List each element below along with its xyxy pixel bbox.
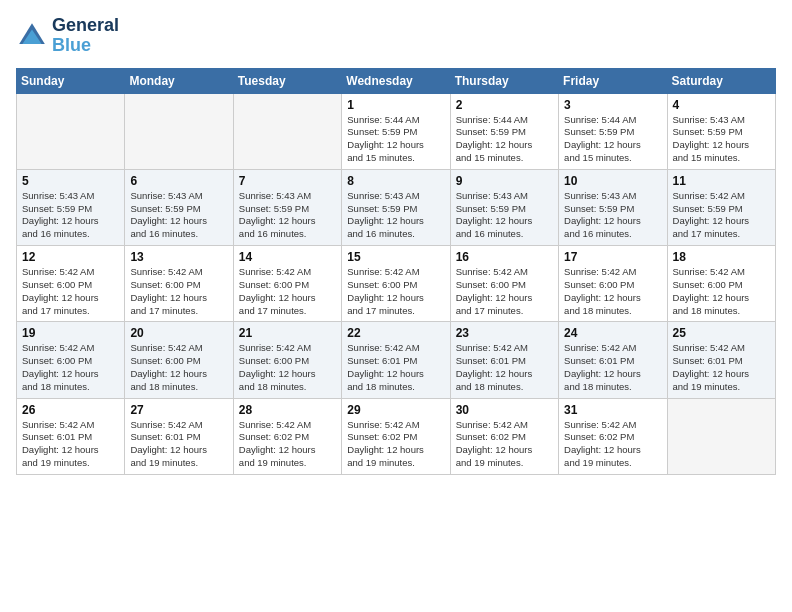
calendar-cell: 6Sunrise: 5:43 AM Sunset: 5:59 PM Daylig… [125, 169, 233, 245]
calendar-cell: 9Sunrise: 5:43 AM Sunset: 5:59 PM Daylig… [450, 169, 558, 245]
calendar-cell: 28Sunrise: 5:42 AM Sunset: 6:02 PM Dayli… [233, 398, 341, 474]
day-number: 17 [564, 250, 661, 264]
weekday-header-thursday: Thursday [450, 68, 558, 93]
calendar-cell: 15Sunrise: 5:42 AM Sunset: 6:00 PM Dayli… [342, 246, 450, 322]
calendar-cell: 17Sunrise: 5:42 AM Sunset: 6:00 PM Dayli… [559, 246, 667, 322]
day-info: Sunrise: 5:42 AM Sunset: 5:59 PM Dayligh… [673, 190, 770, 241]
logo: GeneralBlue [16, 16, 119, 56]
day-info: Sunrise: 5:42 AM Sunset: 6:00 PM Dayligh… [130, 266, 227, 317]
day-number: 18 [673, 250, 770, 264]
calendar-cell [233, 93, 341, 169]
day-number: 19 [22, 326, 119, 340]
logo-icon [16, 20, 48, 52]
day-number: 6 [130, 174, 227, 188]
calendar-cell: 3Sunrise: 5:44 AM Sunset: 5:59 PM Daylig… [559, 93, 667, 169]
day-number: 8 [347, 174, 444, 188]
day-number: 22 [347, 326, 444, 340]
day-number: 21 [239, 326, 336, 340]
day-info: Sunrise: 5:43 AM Sunset: 5:59 PM Dayligh… [673, 114, 770, 165]
day-number: 14 [239, 250, 336, 264]
day-number: 26 [22, 403, 119, 417]
day-number: 11 [673, 174, 770, 188]
calendar-cell: 21Sunrise: 5:42 AM Sunset: 6:00 PM Dayli… [233, 322, 341, 398]
day-number: 16 [456, 250, 553, 264]
day-number: 23 [456, 326, 553, 340]
day-info: Sunrise: 5:42 AM Sunset: 6:00 PM Dayligh… [239, 342, 336, 393]
calendar-cell: 7Sunrise: 5:43 AM Sunset: 5:59 PM Daylig… [233, 169, 341, 245]
day-info: Sunrise: 5:42 AM Sunset: 6:02 PM Dayligh… [456, 419, 553, 470]
calendar-cell: 25Sunrise: 5:42 AM Sunset: 6:01 PM Dayli… [667, 322, 775, 398]
calendar-table: SundayMondayTuesdayWednesdayThursdayFrid… [16, 68, 776, 475]
calendar-cell: 16Sunrise: 5:42 AM Sunset: 6:00 PM Dayli… [450, 246, 558, 322]
weekday-header-tuesday: Tuesday [233, 68, 341, 93]
weekday-header-monday: Monday [125, 68, 233, 93]
logo-text: GeneralBlue [52, 16, 119, 56]
day-info: Sunrise: 5:42 AM Sunset: 6:00 PM Dayligh… [564, 266, 661, 317]
calendar-cell: 26Sunrise: 5:42 AM Sunset: 6:01 PM Dayli… [17, 398, 125, 474]
calendar-cell: 1Sunrise: 5:44 AM Sunset: 5:59 PM Daylig… [342, 93, 450, 169]
day-info: Sunrise: 5:42 AM Sunset: 6:00 PM Dayligh… [22, 266, 119, 317]
day-number: 15 [347, 250, 444, 264]
day-info: Sunrise: 5:42 AM Sunset: 6:00 PM Dayligh… [130, 342, 227, 393]
day-info: Sunrise: 5:42 AM Sunset: 6:00 PM Dayligh… [456, 266, 553, 317]
day-info: Sunrise: 5:42 AM Sunset: 6:01 PM Dayligh… [347, 342, 444, 393]
calendar-cell: 11Sunrise: 5:42 AM Sunset: 5:59 PM Dayli… [667, 169, 775, 245]
day-info: Sunrise: 5:43 AM Sunset: 5:59 PM Dayligh… [456, 190, 553, 241]
calendar-cell: 31Sunrise: 5:42 AM Sunset: 6:02 PM Dayli… [559, 398, 667, 474]
day-number: 25 [673, 326, 770, 340]
calendar-cell: 12Sunrise: 5:42 AM Sunset: 6:00 PM Dayli… [17, 246, 125, 322]
calendar-cell: 8Sunrise: 5:43 AM Sunset: 5:59 PM Daylig… [342, 169, 450, 245]
calendar-cell [667, 398, 775, 474]
weekday-header-wednesday: Wednesday [342, 68, 450, 93]
day-number: 27 [130, 403, 227, 417]
calendar-cell: 4Sunrise: 5:43 AM Sunset: 5:59 PM Daylig… [667, 93, 775, 169]
day-info: Sunrise: 5:42 AM Sunset: 6:00 PM Dayligh… [673, 266, 770, 317]
day-info: Sunrise: 5:42 AM Sunset: 6:01 PM Dayligh… [130, 419, 227, 470]
calendar-cell: 23Sunrise: 5:42 AM Sunset: 6:01 PM Dayli… [450, 322, 558, 398]
calendar-cell: 19Sunrise: 5:42 AM Sunset: 6:00 PM Dayli… [17, 322, 125, 398]
day-info: Sunrise: 5:42 AM Sunset: 6:02 PM Dayligh… [347, 419, 444, 470]
calendar-cell: 10Sunrise: 5:43 AM Sunset: 5:59 PM Dayli… [559, 169, 667, 245]
day-number: 31 [564, 403, 661, 417]
day-number: 29 [347, 403, 444, 417]
day-info: Sunrise: 5:42 AM Sunset: 6:02 PM Dayligh… [564, 419, 661, 470]
day-number: 7 [239, 174, 336, 188]
page-header: GeneralBlue [16, 16, 776, 56]
day-number: 2 [456, 98, 553, 112]
calendar-cell: 24Sunrise: 5:42 AM Sunset: 6:01 PM Dayli… [559, 322, 667, 398]
day-number: 30 [456, 403, 553, 417]
calendar-cell: 2Sunrise: 5:44 AM Sunset: 5:59 PM Daylig… [450, 93, 558, 169]
day-info: Sunrise: 5:42 AM Sunset: 6:01 PM Dayligh… [22, 419, 119, 470]
day-info: Sunrise: 5:42 AM Sunset: 6:01 PM Dayligh… [673, 342, 770, 393]
day-info: Sunrise: 5:42 AM Sunset: 6:01 PM Dayligh… [564, 342, 661, 393]
day-info: Sunrise: 5:43 AM Sunset: 5:59 PM Dayligh… [130, 190, 227, 241]
calendar-cell: 13Sunrise: 5:42 AM Sunset: 6:00 PM Dayli… [125, 246, 233, 322]
weekday-header-saturday: Saturday [667, 68, 775, 93]
calendar-cell: 29Sunrise: 5:42 AM Sunset: 6:02 PM Dayli… [342, 398, 450, 474]
day-info: Sunrise: 5:43 AM Sunset: 5:59 PM Dayligh… [22, 190, 119, 241]
day-info: Sunrise: 5:42 AM Sunset: 6:02 PM Dayligh… [239, 419, 336, 470]
weekday-header-sunday: Sunday [17, 68, 125, 93]
day-info: Sunrise: 5:44 AM Sunset: 5:59 PM Dayligh… [347, 114, 444, 165]
calendar-cell [125, 93, 233, 169]
day-number: 1 [347, 98, 444, 112]
day-info: Sunrise: 5:42 AM Sunset: 6:00 PM Dayligh… [239, 266, 336, 317]
calendar-cell: 18Sunrise: 5:42 AM Sunset: 6:00 PM Dayli… [667, 246, 775, 322]
day-info: Sunrise: 5:44 AM Sunset: 5:59 PM Dayligh… [564, 114, 661, 165]
day-info: Sunrise: 5:42 AM Sunset: 6:01 PM Dayligh… [456, 342, 553, 393]
calendar-cell: 14Sunrise: 5:42 AM Sunset: 6:00 PM Dayli… [233, 246, 341, 322]
day-number: 3 [564, 98, 661, 112]
day-info: Sunrise: 5:44 AM Sunset: 5:59 PM Dayligh… [456, 114, 553, 165]
day-number: 4 [673, 98, 770, 112]
day-info: Sunrise: 5:43 AM Sunset: 5:59 PM Dayligh… [564, 190, 661, 241]
day-number: 13 [130, 250, 227, 264]
day-number: 20 [130, 326, 227, 340]
calendar-cell: 5Sunrise: 5:43 AM Sunset: 5:59 PM Daylig… [17, 169, 125, 245]
weekday-header-friday: Friday [559, 68, 667, 93]
calendar-cell: 20Sunrise: 5:42 AM Sunset: 6:00 PM Dayli… [125, 322, 233, 398]
day-info: Sunrise: 5:42 AM Sunset: 6:00 PM Dayligh… [22, 342, 119, 393]
calendar-cell: 27Sunrise: 5:42 AM Sunset: 6:01 PM Dayli… [125, 398, 233, 474]
calendar-cell: 22Sunrise: 5:42 AM Sunset: 6:01 PM Dayli… [342, 322, 450, 398]
calendar-cell: 30Sunrise: 5:42 AM Sunset: 6:02 PM Dayli… [450, 398, 558, 474]
calendar-cell [17, 93, 125, 169]
